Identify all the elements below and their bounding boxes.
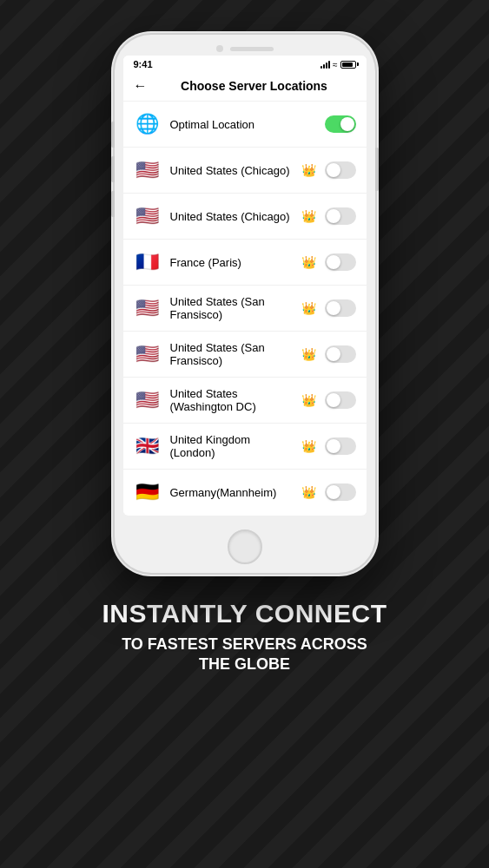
toggle-knob <box>327 301 340 315</box>
status-icons: ≈ <box>320 60 356 69</box>
server-toggle[interactable] <box>325 253 356 271</box>
toggle-knob <box>340 117 354 131</box>
toggle-knob <box>327 439 340 453</box>
phone-screen: 9:41 ≈ ← Choose Server Lo <box>123 56 367 516</box>
server-list: 🌐 Optimal Location 🇺🇸 United States (Chi… <box>123 102 367 513</box>
flag-us-icon: 🇺🇸 <box>134 202 162 230</box>
list-item[interactable]: 🇺🇸 United States (Chicago) 👑 <box>123 148 367 194</box>
phone-speaker <box>230 47 274 51</box>
globe-icon: 🌐 <box>134 110 162 138</box>
battery-fill <box>342 62 354 67</box>
phone-shell: 9:41 ≈ ← Choose Server Lo <box>115 35 375 573</box>
toggle-knob <box>327 393 340 407</box>
location-name: United States (San Fransisco) <box>170 341 293 367</box>
list-item[interactable]: 🇬🇧 United Kingdom (London) 👑 <box>123 424 367 470</box>
list-item[interactable]: 🇺🇸 United States (San Fransisco) 👑 <box>123 286 367 332</box>
server-toggle[interactable] <box>325 161 356 179</box>
location-name: Germany(Mannheim) <box>170 486 293 499</box>
optimal-location-toggle[interactable] <box>325 115 356 133</box>
server-toggle[interactable] <box>325 391 356 409</box>
toggle-knob <box>327 255 340 269</box>
status-bar: 9:41 ≈ <box>123 56 367 71</box>
list-item[interactable]: 🇩🇪 Germany(Mannheim) 👑 <box>123 470 367 513</box>
premium-crown-icon: 👑 <box>301 347 316 361</box>
location-name: United Kingdom (London) <box>170 433 293 459</box>
optimal-location-row[interactable]: 🌐 Optimal Location <box>123 102 367 148</box>
location-name: United States (Chicago) <box>170 164 293 177</box>
list-item[interactable]: 🇺🇸 United States (Chicago) 👑 <box>123 194 367 240</box>
flag-us-icon: 🇺🇸 <box>134 340 162 368</box>
location-name: France (Paris) <box>170 256 293 269</box>
premium-crown-icon: 👑 <box>301 485 316 499</box>
flag-de-icon: 🇩🇪 <box>134 478 162 506</box>
subline-text: TO FASTEST SERVERS ACROSSTHE GLOBE <box>102 635 387 675</box>
nav-title: Choose Server Locations <box>153 79 356 93</box>
server-toggle[interactable] <box>325 345 356 363</box>
toggle-knob <box>327 163 340 177</box>
signal-bars-icon <box>320 60 330 69</box>
premium-crown-icon: 👑 <box>301 255 316 269</box>
back-button[interactable]: ← <box>134 76 153 95</box>
premium-crown-icon: 👑 <box>301 393 316 407</box>
location-name: United States (Washington DC) <box>170 387 293 413</box>
bottom-text-area: INSTANTLY CONNECT TO FASTEST SERVERS ACR… <box>68 599 422 675</box>
battery-icon <box>340 61 356 69</box>
flag-fr-icon: 🇫🇷 <box>134 248 162 276</box>
toggle-knob <box>327 485 340 499</box>
server-toggle[interactable] <box>325 437 356 455</box>
premium-crown-icon: 👑 <box>301 163 316 177</box>
page-wrapper: 9:41 ≈ ← Choose Server Lo <box>0 0 489 868</box>
server-toggle[interactable] <box>325 483 356 501</box>
home-button[interactable] <box>228 529 262 564</box>
location-name: United States (Chicago) <box>170 210 293 223</box>
headline-text: INSTANTLY CONNECT <box>102 599 387 628</box>
premium-crown-icon: 👑 <box>301 301 316 315</box>
premium-crown-icon: 👑 <box>301 439 316 453</box>
flag-us-icon: 🇺🇸 <box>134 294 162 322</box>
phone-top <box>115 35 375 52</box>
flag-us-icon: 🇺🇸 <box>134 386 162 414</box>
toggle-knob <box>327 209 340 223</box>
toggle-knob <box>327 347 340 361</box>
list-item[interactable]: 🇺🇸 United States (Washington DC) 👑 <box>123 378 367 424</box>
list-item[interactable]: 🇺🇸 United States (San Fransisco) 👑 <box>123 332 367 378</box>
premium-crown-icon: 👑 <box>301 209 316 223</box>
list-item[interactable]: 🇫🇷 France (Paris) 👑 <box>123 240 367 286</box>
phone-camera <box>216 45 223 52</box>
flag-us-icon: 🇺🇸 <box>134 156 162 184</box>
wifi-icon: ≈ <box>333 60 338 69</box>
server-toggle[interactable] <box>325 207 356 225</box>
flag-gb-icon: 🇬🇧 <box>134 432 162 460</box>
status-time: 9:41 <box>134 59 153 69</box>
optimal-location-label: Optimal Location <box>170 118 316 131</box>
nav-header: ← Choose Server Locations <box>123 71 367 102</box>
server-toggle[interactable] <box>325 299 356 317</box>
location-name: United States (San Fransisco) <box>170 295 293 321</box>
